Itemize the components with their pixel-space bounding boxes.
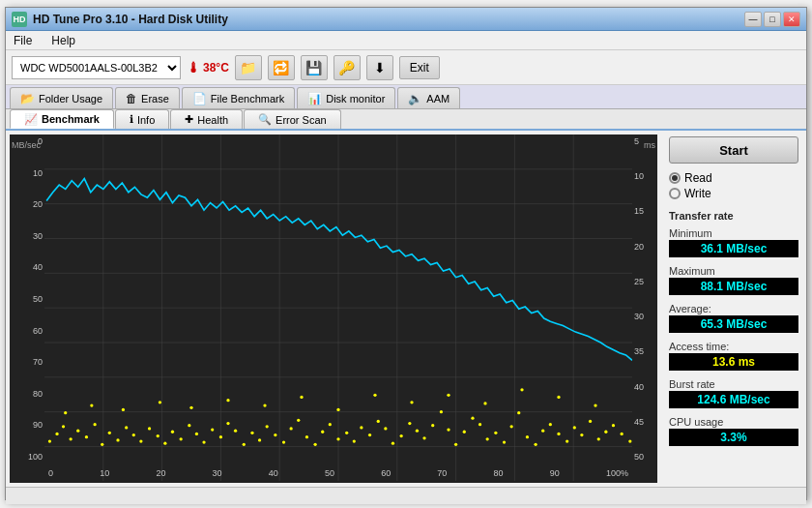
temperature-value: 38°C — [203, 61, 229, 75]
svg-point-53 — [321, 431, 324, 433]
svg-point-106 — [520, 388, 523, 391]
svg-point-45 — [258, 438, 261, 441]
folder-icon: 📂 — [20, 92, 35, 105]
svg-point-28 — [125, 426, 128, 429]
main-content: 100 90 80 70 60 50 40 30 20 10 0 MB/sec … — [6, 131, 806, 487]
toolbar-btn-2[interactable]: 🔁 — [268, 55, 295, 80]
svg-point-96 — [159, 401, 161, 403]
temperature-display: 🌡 38°C — [187, 60, 229, 75]
svg-point-82 — [549, 423, 552, 426]
toolbar-btn-3[interactable]: 💾 — [301, 55, 328, 80]
tab-health[interactable]: ✚ Health — [170, 109, 243, 129]
svg-point-60 — [377, 420, 380, 423]
radio-write-indicator — [669, 188, 681, 199]
svg-point-40 — [219, 435, 222, 438]
minimize-button[interactable]: — — [744, 12, 762, 27]
tab-benchmark[interactable]: 📈 Benchmark — [10, 109, 114, 129]
svg-point-30 — [139, 439, 142, 442]
y-axis-left-label: MB/sec — [12, 140, 41, 150]
svg-point-97 — [189, 406, 192, 409]
toolbar-btn-1[interactable]: 📁 — [235, 55, 262, 80]
menu-bar: File Help — [6, 31, 806, 50]
svg-point-31 — [148, 427, 151, 430]
svg-point-76 — [503, 440, 506, 443]
tab-error-scan[interactable]: 🔍 Error Scan — [244, 109, 341, 129]
cpu-usage-label: CPU usage — [669, 416, 798, 428]
tab-aam-label: AAM — [426, 93, 450, 105]
tab-info[interactable]: ℹ Info — [115, 109, 169, 129]
svg-point-20 — [62, 425, 65, 428]
error-scan-icon: 🔍 — [258, 113, 272, 126]
svg-point-62 — [392, 442, 394, 445]
svg-point-108 — [594, 403, 596, 406]
svg-point-58 — [360, 426, 362, 429]
svg-point-61 — [384, 427, 387, 430]
svg-point-72 — [471, 417, 474, 420]
access-time-label: Access time: — [669, 341, 798, 352]
app-icon: HD — [12, 12, 27, 27]
maximize-button[interactable]: □ — [764, 12, 781, 27]
svg-point-85 — [573, 426, 576, 429]
close-button[interactable]: ✕ — [783, 12, 800, 27]
svg-point-65 — [416, 430, 419, 433]
svg-point-92 — [628, 439, 631, 442]
svg-point-43 — [243, 443, 246, 446]
radio-group: Read Write — [669, 171, 798, 200]
svg-point-38 — [202, 440, 205, 443]
tab-health-label: Health — [197, 114, 228, 126]
svg-point-86 — [580, 433, 583, 436]
erase-icon: 🗑 — [126, 92, 137, 105]
tab-info-label: Info — [137, 114, 155, 126]
menu-help[interactable]: Help — [47, 32, 79, 49]
menu-file[interactable]: File — [10, 32, 36, 49]
toolbar-btn-5[interactable]: ⬇ — [366, 55, 393, 80]
svg-point-94 — [90, 403, 93, 406]
svg-point-100 — [300, 396, 303, 399]
toolbar-btn-4[interactable]: 🔑 — [334, 55, 361, 80]
svg-point-80 — [534, 443, 536, 446]
start-button[interactable]: Start — [669, 136, 798, 164]
svg-point-83 — [557, 433, 560, 435]
svg-point-25 — [101, 443, 103, 446]
average-value: 65.3 MB/sec — [669, 315, 798, 333]
window-title: HD Tune Pro 3.10 - Hard Disk Utility — [33, 13, 228, 26]
tab-error-scan-label: Error Scan — [276, 114, 327, 126]
svg-point-46 — [266, 425, 269, 428]
svg-point-29 — [132, 433, 135, 436]
minimum-value: 36.1 MB/sec — [669, 240, 798, 257]
tab-file-benchmark-label: File Benchmark — [211, 93, 284, 105]
svg-point-41 — [226, 422, 229, 425]
radio-read[interactable]: Read — [669, 171, 798, 185]
svg-point-69 — [447, 428, 450, 431]
svg-point-52 — [313, 443, 316, 446]
svg-point-95 — [122, 408, 125, 411]
svg-point-49 — [290, 427, 293, 430]
file-icon: 📄 — [192, 92, 207, 105]
svg-point-24 — [93, 423, 96, 426]
svg-point-39 — [211, 428, 214, 431]
tab-folder-usage[interactable]: 📂 Folder Usage — [10, 87, 113, 108]
right-panel: Start Read Write Transfer rate Minimum 3… — [661, 131, 806, 487]
svg-point-63 — [400, 434, 403, 437]
health-icon: ✚ — [185, 113, 193, 126]
tab-disk-monitor[interactable]: 📊 Disk monitor — [297, 87, 395, 108]
svg-point-33 — [163, 442, 166, 445]
svg-point-50 — [297, 419, 300, 422]
cpu-usage-value: 3.3% — [669, 429, 798, 446]
exit-button[interactable]: Exit — [399, 56, 440, 79]
maximum-stat: Maximum 88.1 MB/sec — [669, 265, 798, 295]
drive-selector[interactable]: WDC WD5001AALS-00L3B2 (500 GB) — [12, 56, 181, 79]
tab-erase[interactable]: 🗑 Erase — [115, 87, 180, 108]
svg-point-48 — [282, 440, 285, 443]
tab-file-benchmark[interactable]: 📄 File Benchmark — [182, 87, 295, 108]
y-axis-left: 100 90 80 70 60 50 40 30 20 10 0 — [10, 134, 44, 463]
tab-aam[interactable]: 🔈 AAM — [397, 87, 460, 108]
status-bar — [6, 487, 806, 504]
svg-point-88 — [597, 437, 600, 440]
tab-erase-label: Erase — [141, 93, 169, 105]
svg-point-64 — [408, 422, 411, 425]
tabs-bottom: 📈 Benchmark ℹ Info ✚ Health 🔍 Error Scan — [6, 109, 806, 131]
svg-point-54 — [329, 423, 332, 426]
radio-write[interactable]: Write — [669, 187, 798, 200]
burst-rate-stat: Burst rate 124.6 MB/sec — [669, 378, 798, 408]
